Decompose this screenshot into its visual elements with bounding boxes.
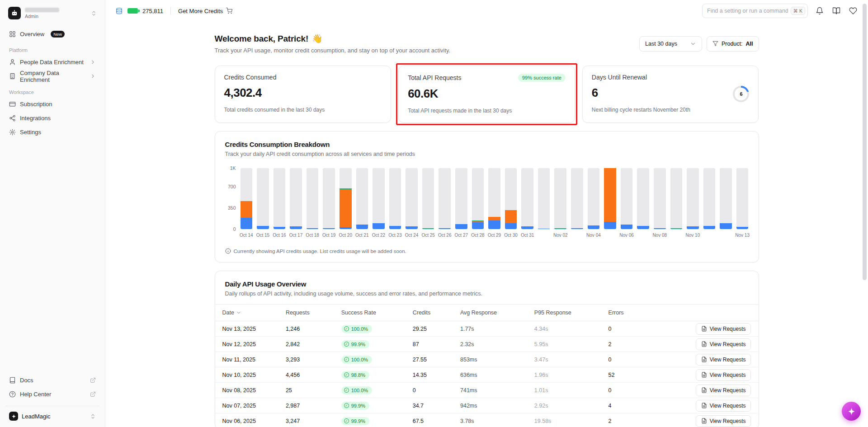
chart-bar-oct-16[interactable]: Oct 16: [274, 168, 286, 229]
chart-bar[interactable]: [670, 168, 683, 229]
vertical-scrollbar-thumb[interactable]: [863, 4, 867, 280]
x-axis-label: Nov 06: [619, 233, 634, 238]
org-switcher[interactable]: LeadMagic: [5, 406, 99, 422]
chart-bar-nov-04[interactable]: Nov 04: [588, 168, 600, 229]
cell-credits: 14.35: [413, 372, 460, 378]
table-subtitle: Daily rollups of API activity, including…: [225, 291, 749, 297]
view-requests-button[interactable]: View Requests: [696, 338, 751, 350]
check-icon: ✓: [344, 326, 349, 331]
cell-requests: 3,247: [286, 418, 341, 424]
get-more-credits-button[interactable]: Get More Credits: [178, 8, 232, 14]
sidebar-item-help-center[interactable]: Help Center: [5, 387, 99, 401]
chart-bar-oct-20[interactable]: Oct 20: [340, 168, 352, 229]
chart-bar[interactable]: [720, 168, 732, 229]
workspace-switcher[interactable]: Admin: [5, 5, 99, 22]
chart-bar-oct-29[interactable]: Oct 29: [488, 168, 500, 229]
view-requests-button[interactable]: View Requests: [696, 385, 751, 396]
stat-value: 4,302.4: [224, 86, 382, 100]
file-text-icon: [701, 418, 707, 424]
chart-bar-oct-26[interactable]: Oct 26: [439, 168, 451, 229]
sidebar-item-people-data-enrichment[interactable]: People Data Enrichment: [5, 55, 99, 69]
cell-date: Nov 06, 2025: [222, 418, 286, 424]
chart-bar-oct-18[interactable]: Oct 18: [307, 168, 319, 229]
favorites-button[interactable]: [848, 6, 858, 16]
docs-button[interactable]: [831, 6, 841, 16]
cell-avg-response: 741ms: [460, 387, 534, 394]
chart-bar-oct-23[interactable]: Oct 23: [389, 168, 401, 229]
chart-bar[interactable]: [637, 168, 649, 229]
table-row: Nov 06, 20253,247✓99.9%67.53.78s19.58s2V…: [215, 413, 759, 427]
chart-bar[interactable]: [703, 168, 716, 229]
view-requests-button[interactable]: View Requests: [696, 415, 751, 427]
view-requests-button[interactable]: View Requests: [696, 323, 751, 335]
chart-bar-oct-17[interactable]: Oct 17: [290, 168, 302, 229]
cell-avg-response: 942ms: [460, 403, 534, 409]
cell-date: Nov 08, 2025: [222, 387, 286, 394]
cell-date: Nov 10, 2025: [222, 372, 286, 378]
search-input[interactable]: [707, 8, 788, 14]
building-icon: [9, 73, 16, 80]
x-axis-label: Oct 21: [355, 233, 368, 238]
chart-bar-oct-31[interactable]: Oct 31: [521, 168, 533, 229]
sidebar-item-integrations[interactable]: Integrations: [5, 111, 99, 125]
check-icon: ✓: [344, 388, 349, 393]
cell-success-rate: ✓99.9%: [341, 417, 413, 425]
chart-bar[interactable]: [571, 168, 583, 229]
sidebar-item-settings[interactable]: Settings: [5, 125, 99, 139]
chart-bar-oct-21[interactable]: Oct 21: [356, 168, 368, 229]
leadmagic-logo-icon: [9, 412, 18, 421]
product-filter-button[interactable]: Product: All: [707, 36, 759, 52]
chart-bar-nov-02[interactable]: Nov 02: [554, 168, 566, 229]
chart-bar[interactable]: [604, 168, 616, 229]
x-axis-label: Oct 31: [521, 233, 534, 238]
new-badge: New: [51, 31, 65, 38]
sidebar-item-docs[interactable]: Docs: [5, 373, 99, 387]
credits-breakdown-card: Credits Consumption Breakdown Track your…: [215, 131, 759, 263]
column-header-requests: Requests: [286, 310, 341, 316]
sidebar-item-label: Settings: [20, 129, 41, 136]
chart-bar-oct-15[interactable]: Oct 15: [257, 168, 269, 229]
x-axis-label: Nov 02: [553, 233, 568, 238]
chart-bar-nov-10[interactable]: Nov 10: [687, 168, 699, 229]
column-header-date[interactable]: Date: [222, 310, 286, 316]
cell-requests: 25: [286, 387, 341, 394]
ai-assistant-fab[interactable]: [842, 402, 861, 421]
x-axis-label: Nov 13: [735, 233, 750, 238]
chart-bar-oct-24[interactable]: Oct 24: [406, 168, 418, 229]
chart-bar-oct-27[interactable]: Oct 27: [455, 168, 467, 229]
chart-bar-oct-19[interactable]: Oct 19: [323, 168, 335, 229]
view-requests-button[interactable]: View Requests: [696, 400, 751, 412]
file-text-icon: [701, 372, 707, 378]
sidebar-item-subscription[interactable]: Subscription: [5, 97, 99, 111]
column-header-success-rate: Success Rate: [341, 310, 413, 316]
x-axis-label: Oct 18: [306, 233, 319, 238]
chart-bar-oct-30[interactable]: Oct 30: [505, 168, 517, 229]
date-range-select[interactable]: Last 30 days: [639, 36, 702, 52]
x-axis-label: Oct 26: [438, 233, 451, 238]
notifications-button[interactable]: [815, 6, 825, 16]
x-axis-label: Oct 24: [405, 233, 418, 238]
chart-bar-nov-08[interactable]: Nov 08: [654, 168, 666, 229]
sidebar-item-label: Docs: [20, 377, 33, 384]
chart-bar-nov-13[interactable]: Nov 13: [736, 168, 749, 229]
table-row: Nov 08, 202525✓100.0%0741ms1.01s0View Re…: [215, 383, 759, 398]
command-search[interactable]: ⌘ K: [702, 4, 808, 18]
cell-errors: 0: [609, 357, 664, 363]
file-text-icon: [701, 341, 707, 347]
view-requests-button[interactable]: View Requests: [696, 354, 751, 366]
success-rate-pill: ✓100.0%: [341, 386, 372, 394]
cell-requests: 3,293: [286, 357, 341, 363]
chart-bar[interactable]: [538, 168, 550, 229]
sidebar-item-overview[interactable]: Overview New: [5, 27, 99, 41]
chart-bar-oct-28[interactable]: Oct 28: [472, 168, 484, 229]
view-requests-button[interactable]: View Requests: [696, 369, 751, 381]
y-axis-label: 700: [228, 184, 236, 189]
chart-bar-oct-25[interactable]: Oct 25: [422, 168, 434, 229]
bar-chart: 1K7003500 Oct 14Oct 15Oct 16Oct 17Oct 18…: [225, 168, 749, 229]
sidebar-item-company-data-enrichment[interactable]: Company Data Enrichment: [5, 69, 99, 83]
chart-bar-oct-22[interactable]: Oct 22: [373, 168, 385, 229]
chart-bar-oct-14[interactable]: Oct 14: [241, 168, 253, 229]
chart-bar-nov-06[interactable]: Nov 06: [621, 168, 633, 229]
cell-success-rate: ✓100.0%: [341, 386, 413, 394]
robot-icon: [10, 9, 19, 17]
